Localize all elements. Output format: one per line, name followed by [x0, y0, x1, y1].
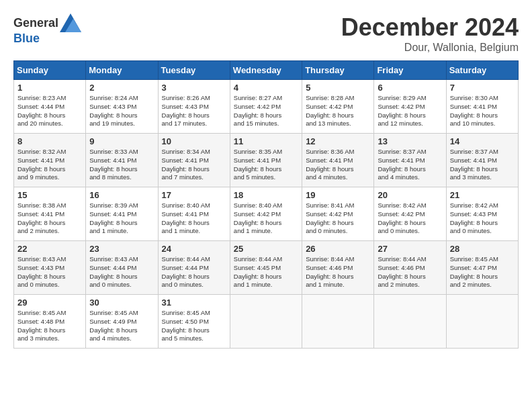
day-info: Sunrise: 8:28 AMSunset: 4:42 PMDaylight:…	[306, 94, 370, 128]
day-info: Sunrise: 8:27 AMSunset: 4:42 PMDaylight:…	[234, 94, 298, 128]
header-tuesday: Tuesday	[158, 61, 230, 80]
header-thursday: Thursday	[302, 61, 374, 80]
header-monday: Monday	[86, 61, 158, 80]
weekday-header-row: Sunday Monday Tuesday Wednesday Thursday…	[14, 61, 519, 80]
day-cell-20: 20 Sunrise: 8:42 AMSunset: 4:42 PMDaylig…	[374, 187, 446, 241]
day-info: Sunrise: 8:29 AMSunset: 4:42 PMDaylight:…	[378, 94, 442, 128]
day-cell-11: 11 Sunrise: 8:35 AMSunset: 4:41 PMDaylig…	[230, 134, 302, 187]
day-number: 8	[17, 136, 82, 146]
day-info: Sunrise: 8:36 AMSunset: 4:41 PMDaylight:…	[306, 148, 370, 182]
day-info: Sunrise: 8:41 AMSunset: 4:42 PMDaylight:…	[306, 201, 370, 236]
day-info: Sunrise: 8:24 AMSunset: 4:43 PMDaylight:…	[89, 94, 154, 128]
day-info: Sunrise: 8:30 AMSunset: 4:41 PMDaylight:…	[450, 94, 515, 128]
day-number: 31	[162, 298, 226, 308]
day-cell-18: 18 Sunrise: 8:40 AMSunset: 4:42 PMDaylig…	[230, 187, 302, 241]
day-cell-30: 30 Sunrise: 8:45 AMSunset: 4:49 PMDaylig…	[86, 295, 158, 349]
calendar-row-4: 22 Sunrise: 8:43 AMSunset: 4:43 PMDaylig…	[14, 241, 519, 295]
day-info: Sunrise: 8:43 AMSunset: 4:43 PMDaylight:…	[17, 255, 82, 289]
day-cell-27: 27 Sunrise: 8:44 AMSunset: 4:46 PMDaylig…	[374, 241, 446, 295]
day-info: Sunrise: 8:38 AMSunset: 4:41 PMDaylight:…	[17, 201, 82, 236]
day-number: 29	[17, 298, 82, 308]
day-cell-23: 23 Sunrise: 8:43 AMSunset: 4:44 PMDaylig…	[86, 241, 158, 295]
day-number: 21	[450, 190, 515, 200]
day-number: 1	[17, 83, 82, 93]
day-number: 18	[234, 190, 298, 200]
location-title: Dour, Wallonia, Belgium	[341, 42, 519, 54]
day-cell-14: 14 Sunrise: 8:37 AMSunset: 4:41 PMDaylig…	[446, 134, 518, 187]
day-number: 16	[89, 190, 154, 200]
calendar-row-5: 29 Sunrise: 8:45 AMSunset: 4:48 PMDaylig…	[14, 295, 519, 349]
day-cell-9: 9 Sunrise: 8:33 AMSunset: 4:41 PMDayligh…	[86, 134, 158, 187]
day-cell-15: 15 Sunrise: 8:38 AMSunset: 4:41 PMDaylig…	[14, 187, 86, 241]
day-info: Sunrise: 8:44 AMSunset: 4:44 PMDaylight:…	[162, 255, 226, 289]
calendar-row-3: 15 Sunrise: 8:38 AMSunset: 4:41 PMDaylig…	[14, 187, 519, 241]
day-cell-16: 16 Sunrise: 8:39 AMSunset: 4:41 PMDaylig…	[86, 187, 158, 241]
day-number: 23	[89, 244, 154, 254]
day-info: Sunrise: 8:44 AMSunset: 4:46 PMDaylight:…	[306, 255, 370, 289]
day-number: 13	[378, 136, 442, 146]
day-number: 9	[89, 136, 154, 146]
day-info: Sunrise: 8:33 AMSunset: 4:41 PMDaylight:…	[89, 148, 154, 182]
day-number: 27	[378, 244, 442, 254]
day-info: Sunrise: 8:39 AMSunset: 4:41 PMDaylight:…	[89, 201, 154, 236]
day-cell-28: 28 Sunrise: 8:45 AMSunset: 4:47 PMDaylig…	[446, 241, 518, 295]
day-cell-24: 24 Sunrise: 8:44 AMSunset: 4:44 PMDaylig…	[158, 241, 230, 295]
day-number: 12	[306, 136, 370, 146]
day-cell-12: 12 Sunrise: 8:36 AMSunset: 4:41 PMDaylig…	[302, 134, 374, 187]
day-number: 11	[234, 136, 298, 146]
day-info: Sunrise: 8:37 AMSunset: 4:41 PMDaylight:…	[378, 148, 442, 182]
day-info: Sunrise: 8:42 AMSunset: 4:43 PMDaylight:…	[450, 201, 515, 236]
day-info: Sunrise: 8:45 AMSunset: 4:49 PMDaylight:…	[89, 309, 154, 343]
day-number: 20	[378, 190, 442, 200]
logo-general-text: General	[13, 17, 58, 29]
day-info: Sunrise: 8:45 AMSunset: 4:47 PMDaylight:…	[450, 255, 515, 289]
day-number: 15	[17, 190, 82, 200]
day-cell-10: 10 Sunrise: 8:34 AMSunset: 4:41 PMDaylig…	[158, 134, 230, 187]
day-info: Sunrise: 8:43 AMSunset: 4:44 PMDaylight:…	[89, 255, 154, 289]
calendar-row-1: 1 Sunrise: 8:23 AMSunset: 4:44 PMDayligh…	[14, 80, 519, 134]
header-wednesday: Wednesday	[230, 61, 302, 80]
header-sunday: Sunday	[14, 61, 86, 80]
day-cell-2: 2 Sunrise: 8:24 AMSunset: 4:43 PMDayligh…	[86, 80, 158, 134]
empty-cell	[302, 295, 374, 349]
day-number: 30	[89, 298, 154, 308]
day-info: Sunrise: 8:40 AMSunset: 4:41 PMDaylight:…	[162, 201, 226, 236]
header-friday: Friday	[374, 61, 446, 80]
day-info: Sunrise: 8:44 AMSunset: 4:45 PMDaylight:…	[234, 255, 298, 289]
day-info: Sunrise: 8:34 AMSunset: 4:41 PMDaylight:…	[162, 148, 226, 182]
day-number: 25	[234, 244, 298, 254]
day-cell-4: 4 Sunrise: 8:27 AMSunset: 4:42 PMDayligh…	[230, 80, 302, 134]
day-cell-19: 19 Sunrise: 8:41 AMSunset: 4:42 PMDaylig…	[302, 187, 374, 241]
day-number: 4	[234, 83, 298, 93]
day-cell-25: 25 Sunrise: 8:44 AMSunset: 4:45 PMDaylig…	[230, 241, 302, 295]
day-info: Sunrise: 8:35 AMSunset: 4:41 PMDaylight:…	[234, 148, 298, 182]
day-info: Sunrise: 8:32 AMSunset: 4:41 PMDaylight:…	[17, 148, 82, 182]
calendar-row-2: 8 Sunrise: 8:32 AMSunset: 4:41 PMDayligh…	[14, 134, 519, 187]
day-info: Sunrise: 8:23 AMSunset: 4:44 PMDaylight:…	[17, 94, 82, 128]
calendar-table: Sunday Monday Tuesday Wednesday Thursday…	[13, 60, 519, 349]
day-number: 17	[162, 190, 226, 200]
logo: General Blue	[13, 13, 81, 45]
day-number: 24	[162, 244, 226, 254]
day-info: Sunrise: 8:42 AMSunset: 4:42 PMDaylight:…	[378, 201, 442, 236]
day-number: 6	[378, 83, 442, 93]
day-info: Sunrise: 8:26 AMSunset: 4:43 PMDaylight:…	[162, 94, 226, 128]
day-info: Sunrise: 8:37 AMSunset: 4:41 PMDaylight:…	[450, 148, 515, 182]
day-info: Sunrise: 8:45 AMSunset: 4:50 PMDaylight:…	[162, 309, 226, 343]
header: General Blue December 2024 Dour, Walloni…	[13, 13, 519, 54]
day-number: 19	[306, 190, 370, 200]
empty-cell	[374, 295, 446, 349]
day-cell-31: 31 Sunrise: 8:45 AMSunset: 4:50 PMDaylig…	[158, 295, 230, 349]
day-cell-8: 8 Sunrise: 8:32 AMSunset: 4:41 PMDayligh…	[14, 134, 86, 187]
day-cell-21: 21 Sunrise: 8:42 AMSunset: 4:43 PMDaylig…	[446, 187, 518, 241]
day-number: 14	[450, 136, 515, 146]
day-number: 10	[162, 136, 226, 146]
day-number: 7	[450, 83, 515, 93]
day-info: Sunrise: 8:45 AMSunset: 4:48 PMDaylight:…	[17, 309, 82, 343]
day-cell-13: 13 Sunrise: 8:37 AMSunset: 4:41 PMDaylig…	[374, 134, 446, 187]
day-cell-1: 1 Sunrise: 8:23 AMSunset: 4:44 PMDayligh…	[14, 80, 86, 134]
header-saturday: Saturday	[446, 61, 518, 80]
logo-icon	[60, 13, 81, 32]
day-cell-17: 17 Sunrise: 8:40 AMSunset: 4:41 PMDaylig…	[158, 187, 230, 241]
day-cell-22: 22 Sunrise: 8:43 AMSunset: 4:43 PMDaylig…	[14, 241, 86, 295]
